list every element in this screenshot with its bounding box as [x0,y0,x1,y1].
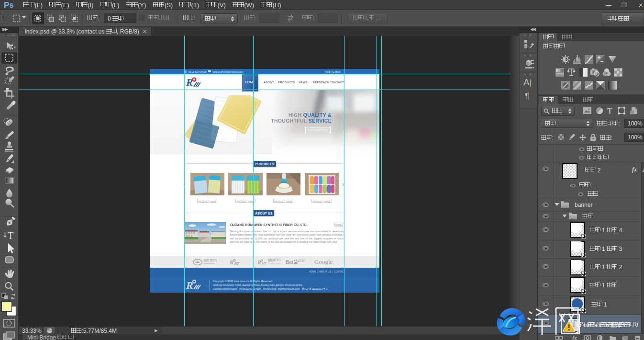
svg-text:T: T [607,107,612,115]
svg-text:R: R [230,259,234,266]
svg-text:T: T [8,230,13,241]
svg-text:R: R [186,77,193,88]
svg-text:Bai: Bai [286,260,293,265]
svg-text:R: R [186,279,193,291]
svg-text:Google: Google [314,258,333,265]
